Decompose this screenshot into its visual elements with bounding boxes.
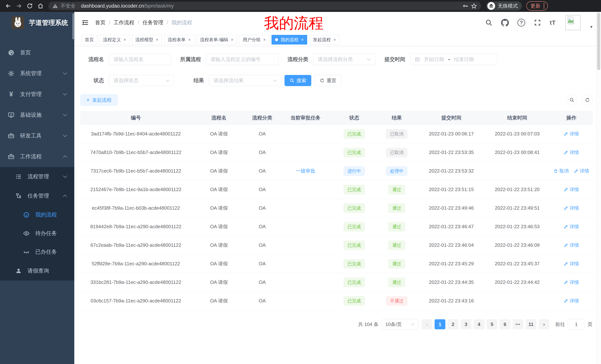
sidebar-item-leave-query[interactable]: 请假查询 [0, 261, 74, 280]
browser-forward-button[interactable] [14, 1, 24, 11]
page-button-5[interactable]: 5 [487, 319, 497, 329]
prev-page-button[interactable]: ‹ [421, 319, 432, 329]
sidebar-item-done-tasks[interactable]: 已办任务 [0, 243, 74, 261]
page-button-6[interactable]: 6 [500, 319, 510, 329]
detail-link[interactable]: 详情 [564, 186, 579, 192]
sidebar-item-devtools[interactable]: 研发工具 [0, 125, 74, 146]
browser-menu-icon[interactable] [543, 3, 545, 9]
current-task-link[interactable]: 一级审批 [296, 168, 315, 174]
breadcrumb-home[interactable]: 首页 [95, 19, 105, 26]
sidebar-item-infrastructure[interactable]: 基础设施 [0, 105, 74, 125]
search-button[interactable]: 搜索 [285, 75, 311, 86]
breadcrumb-workflow[interactable]: 工作流程 [114, 19, 134, 26]
detail-link[interactable]: 详情 [564, 205, 579, 211]
close-icon[interactable]: × [231, 38, 233, 42]
search-icon[interactable] [485, 19, 492, 26]
fullscreen-icon[interactable] [534, 19, 541, 26]
avatar-caret-down-icon[interactable]: ▼ [590, 25, 593, 29]
close-icon[interactable]: × [123, 38, 126, 42]
cell-submit-time: 2022-01-22 23:46:47 [418, 224, 485, 230]
page-button-2[interactable]: 2 [448, 319, 458, 329]
detail-link[interactable]: 详情 [564, 298, 579, 304]
page-size-select[interactable]: 10条/页 [382, 319, 418, 329]
sidebar-item-todo-tasks[interactable]: 待办任务 [0, 224, 74, 243]
tab-user-group[interactable]: 用户分组× [239, 35, 269, 45]
window-scrollbar[interactable] [596, 12, 601, 364]
tab-start-process[interactable]: 发起流程× [310, 35, 340, 45]
page-button-4[interactable]: 4 [474, 319, 484, 329]
pagination: 共 104 条 10条/页 ‹ 1 2 3 4 5 6 ••• 11 › [80, 319, 593, 329]
page-button-1[interactable]: 1 [435, 319, 445, 329]
create-process-button[interactable]: + 发起流程 [80, 95, 117, 105]
close-icon[interactable]: × [301, 38, 304, 42]
table-row: ec45f38f-7b9a-11ec-b03b-acde48001122 OA … [80, 199, 593, 217]
menu-fold-icon[interactable] [81, 20, 89, 26]
sidebar-item-my-process[interactable]: 我的流程 [0, 206, 74, 224]
tab-home[interactable]: 首页 [81, 35, 97, 45]
calendar-icon [415, 57, 420, 62]
result-badge: 已取消 [386, 148, 407, 157]
key-icon[interactable] [462, 3, 468, 9]
detail-link[interactable]: 详情 [564, 242, 579, 248]
detail-link[interactable]: 详情 [564, 279, 579, 285]
tab-process-form-edit[interactable]: 流程表单-编辑× [197, 35, 237, 45]
next-page-button[interactable]: › [539, 319, 549, 329]
category-label: 流程分类 [288, 56, 308, 63]
browser-home-button[interactable] [36, 1, 45, 11]
help-icon[interactable]: ? [517, 19, 525, 27]
browser-reload-button[interactable] [25, 1, 35, 11]
page-button-11[interactable]: 11 [526, 319, 536, 329]
close-icon[interactable]: × [333, 38, 336, 42]
owner-process-input[interactable] [206, 54, 279, 65]
browser-update-button[interactable]: 更新 [526, 1, 548, 10]
page-button-3[interactable]: 3 [461, 319, 471, 329]
status-badge: 已完成 [344, 259, 365, 268]
page-buttons: ‹ 1 2 3 4 5 6 ••• 11 › [421, 319, 549, 329]
sidebar-item-task-management[interactable]: 任务管理 [0, 186, 74, 206]
cell-name: OA 请假 [191, 297, 246, 304]
detail-link[interactable]: 详情 [564, 224, 579, 230]
cancel-link[interactable]: 取消 [553, 168, 569, 174]
tab-process-form[interactable]: 流程表单× [164, 35, 194, 45]
address-bar[interactable]: 不安全 dashboard.yudao.iocoder.cn/bpm/task/… [48, 2, 481, 10]
goto-page-input[interactable] [568, 319, 585, 329]
sidebar-item-home[interactable]: 首页 [0, 42, 74, 63]
process-name-input[interactable] [109, 54, 171, 65]
sidebar-scrollbar-thumb[interactable] [72, 13, 74, 39]
browser-back-button[interactable] [3, 1, 13, 11]
tab-process-definition[interactable]: 流程定义× [100, 35, 130, 45]
gear-icon [7, 70, 15, 77]
refresh-table-button[interactable] [582, 95, 593, 105]
result-badge: 不通过 [386, 296, 407, 306]
tab-my-process-active[interactable]: 我的流程× [271, 35, 307, 45]
sidebar-item-process-management[interactable]: 流程管理 [0, 167, 74, 186]
reset-button[interactable]: 重置 [315, 75, 341, 86]
toolbox-icon [7, 132, 15, 139]
avatar-broken-image[interactable] [565, 15, 581, 30]
submit-time-range-picker[interactable]: 开始日期 - 结束日期 [410, 54, 497, 65]
status-select[interactable]: 请选择状态 [109, 75, 174, 86]
detail-link[interactable]: 详情 [564, 149, 579, 155]
show-search-toggle-button[interactable] [566, 95, 577, 105]
sidebar-item-payment[interactable]: ¥ 支付管理 [0, 84, 74, 105]
github-icon[interactable] [501, 19, 509, 27]
app-logo-row[interactable]: 芋道管理系统 [0, 12, 74, 33]
detail-link[interactable]: 详情 [574, 168, 589, 174]
close-icon[interactable]: × [156, 38, 159, 42]
sidebar-item-workflow[interactable]: 工作流程 [0, 146, 74, 167]
font-size-icon[interactable]: tT [550, 19, 556, 26]
bookmark-star-icon[interactable] [471, 3, 477, 9]
breadcrumb-task-mgmt[interactable]: 任务管理 [143, 19, 163, 26]
sidebar-item-system[interactable]: 系统管理 [0, 63, 74, 84]
status-badge: 已完成 [344, 129, 365, 139]
close-icon[interactable]: × [188, 38, 191, 42]
pen-icon [564, 187, 568, 192]
result-select[interactable]: 请选择流结果 [209, 75, 281, 86]
close-icon[interactable]: × [263, 38, 266, 42]
tab-process-model[interactable]: 流程模型× [132, 35, 162, 45]
window-scrollbar-thumb[interactable] [597, 13, 600, 70]
detail-link[interactable]: 详情 [564, 261, 579, 267]
category-select[interactable]: 请选择流程分类 [313, 54, 376, 65]
more-pages-button[interactable]: ••• [513, 319, 523, 329]
detail-link[interactable]: 详情 [564, 131, 579, 137]
